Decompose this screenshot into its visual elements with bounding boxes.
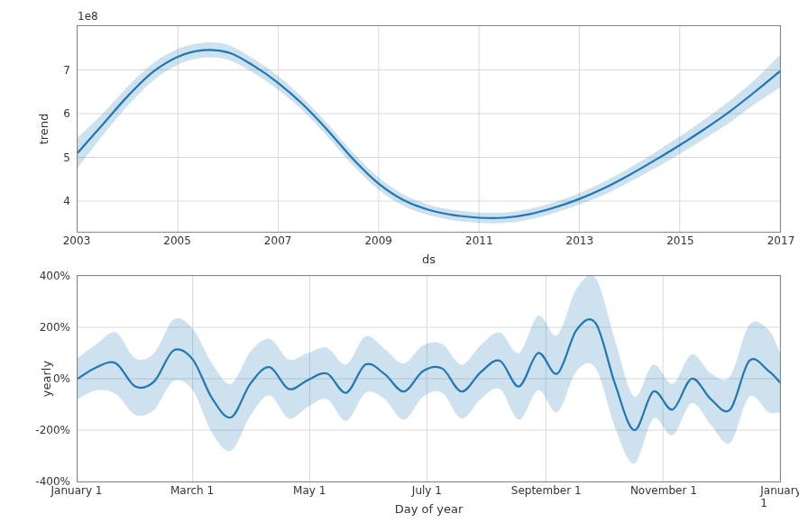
- ytick-label: 7: [63, 64, 70, 77]
- xlabel-yearly: Day of year: [77, 502, 781, 516]
- yearly-svg: [78, 276, 780, 482]
- y-multiplier: 1e8: [78, 10, 98, 23]
- ytick-label: 6: [63, 107, 70, 120]
- figure: 1e8 trend 4567 2003200520072009201120132…: [9, 25, 790, 516]
- xtick-label: March 1: [170, 484, 214, 497]
- ytick-label: 400%: [40, 270, 70, 282]
- xlabel-trend: ds: [77, 252, 781, 266]
- xtick-label: 2009: [364, 234, 392, 247]
- xticks-yearly: January 1March 1May 1July 1September 1No…: [77, 482, 781, 499]
- xtick-label: November 1: [630, 484, 697, 497]
- ytick-label: 0%: [53, 372, 70, 385]
- yearly-panel: yearly -400%-200%0%200%400%: [77, 275, 781, 482]
- ylabel-trend: trend: [37, 114, 51, 145]
- xtick-label: July 1: [412, 484, 442, 497]
- ytick-label: -200%: [35, 424, 70, 436]
- xtick-label: 2017: [767, 234, 795, 247]
- xtick-label: January 1: [760, 484, 799, 509]
- ytick-label: 200%: [40, 321, 70, 334]
- xtick-label: 2005: [163, 234, 191, 247]
- xtick-label: 2011: [465, 234, 493, 247]
- xticks-trend: 20032005200720092011201320152017: [77, 233, 781, 249]
- xtick-label: May 1: [293, 484, 326, 497]
- trend-panel: 1e8 trend 4567: [77, 25, 781, 233]
- xtick-label: September 1: [511, 484, 582, 497]
- xtick-label: 2013: [566, 234, 594, 247]
- ytick-label: 4: [63, 195, 70, 207]
- trend-svg: [78, 26, 780, 232]
- xtick-label: 2003: [63, 234, 91, 247]
- xtick-label: 2007: [264, 234, 292, 247]
- xtick-label: January 1: [51, 484, 103, 497]
- xtick-label: 2015: [666, 234, 694, 247]
- ylabel-yearly: yearly: [40, 361, 53, 397]
- ytick-label: 5: [63, 151, 70, 164]
